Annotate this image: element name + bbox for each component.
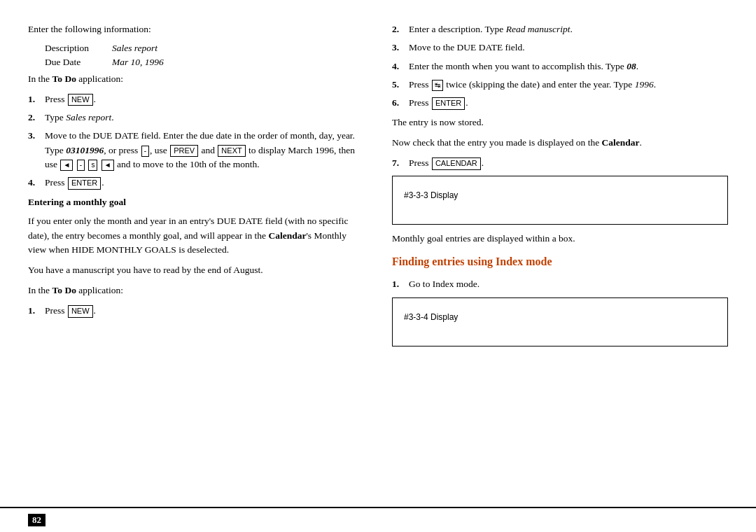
check-text: Now check that the entry you made is dis… — [392, 136, 728, 150]
due-date-label: Due Date — [45, 57, 101, 68]
steps-list-2: 1. Press NEW. — [28, 304, 364, 318]
step-r-5: 5. Press ↹ twice (skipping the date) and… — [392, 78, 728, 92]
key1: ◄ — [60, 160, 73, 171]
description-row: Description Sales report — [28, 43, 364, 54]
display-box-1: #3-3-3 Display — [392, 176, 728, 225]
key2: - — [77, 160, 85, 171]
steps-list-1: 1. Press NEW. 2. Type Sales report. 3. M… — [28, 92, 364, 190]
dash-key: - — [141, 146, 149, 157]
steps-list-finding: 1. Go to Index mode. — [392, 277, 728, 291]
display-box-1-text: #3-3-3 Display — [404, 190, 458, 200]
finding-heading: Finding entries using Index mode — [392, 253, 728, 270]
step-r-7: 7. Press CALENDAR. — [392, 156, 728, 170]
step-f-1: 1. Go to Index mode. — [392, 277, 728, 291]
new-key: NEW — [68, 94, 93, 106]
description-label: Description — [45, 43, 101, 54]
enter-key-2: ENTER — [432, 97, 465, 109]
step-r-2: 2. Enter a description. Type Read manusc… — [392, 22, 728, 36]
left-column: Enter the following information: Descrip… — [28, 22, 364, 493]
app-intro: In the To Do application: — [28, 72, 364, 87]
page-number: 82 — [28, 514, 46, 526]
step-4: 4. Press ENTER. — [28, 176, 364, 190]
steps-list-right-top: 2. Enter a description. Type Read manusc… — [392, 22, 728, 110]
entering-heading: Entering a monthly goal — [28, 195, 364, 209]
step-r-3: 3. Move to the DUE DATE field. — [392, 41, 728, 55]
step-1: 1. Press NEW. — [28, 92, 364, 106]
display-box-2: #3-3-4 Display — [392, 298, 728, 346]
key3: s — [88, 160, 97, 171]
calendar-key: CALENDAR — [432, 158, 481, 169]
new-key-2: NEW — [68, 305, 93, 317]
prev-key: PREV — [170, 145, 198, 157]
entering-body1: If you enter only the month and year in … — [28, 214, 364, 258]
step-2-1: 1. Press NEW. — [28, 304, 364, 318]
step-r-6: 6. Press ENTER. — [392, 96, 728, 110]
due-date-row: Due Date Mar 10, 1996 — [28, 57, 364, 68]
step-3: 3. Move to the DUE DATE field. Enter the… — [28, 129, 364, 172]
tab-key: ↹ — [432, 80, 443, 91]
step-r-4: 4. Enter the month when you want to acco… — [392, 59, 728, 74]
stored-text: The entry is now stored. — [392, 115, 728, 130]
enter-key-1: ENTER — [68, 177, 101, 189]
key4: ◄ — [102, 160, 114, 171]
description-value: Sales report — [112, 43, 158, 54]
display-box-2-text: #3-3-4 Display — [404, 312, 458, 322]
app-intro-2: In the To Do application: — [28, 284, 364, 298]
monthly-text: Monthly goal entries are displayed withi… — [392, 232, 728, 246]
right-column: 2. Enter a description. Type Read manusc… — [392, 22, 728, 493]
intro-text: Enter the following information: — [28, 22, 364, 37]
page-footer: 82 — [0, 507, 756, 532]
next-key: NEXT — [218, 145, 245, 157]
and-text: and — [201, 145, 215, 155]
due-date-value: Mar 10, 1996 — [112, 57, 164, 68]
step-2: 2. Type Sales report. — [28, 111, 364, 125]
entering-body2: You have a manuscript you have to read b… — [28, 263, 364, 278]
steps-list-right-mid: 7. Press CALENDAR. — [392, 156, 728, 170]
